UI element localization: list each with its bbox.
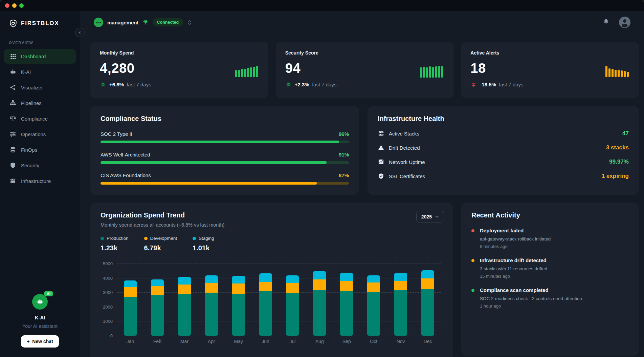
sidebar-collapse-button[interactable] [75, 28, 85, 37]
sparkline-bar [432, 67, 434, 78]
activity-title: Compliance scan completed [480, 287, 582, 293]
assistant-name: K-AI [35, 315, 45, 320]
x-axis-label: Nov [387, 339, 414, 344]
logo: FIRSTBLOX [0, 11, 80, 31]
plot-area: JanFebMarAprMayJunJulAugSepOctNovDec [117, 264, 441, 336]
sidebar-item-infrastructure[interactable]: Infrastructure [4, 173, 76, 188]
bar-segment-production [286, 293, 299, 336]
legend-value: 1.23k [101, 244, 129, 252]
user-avatar[interactable] [619, 17, 630, 28]
notifications-bell-icon[interactable] [603, 18, 609, 26]
sparkline [420, 66, 443, 78]
server-icon [9, 177, 16, 184]
sidebar-item-label: Operations [21, 131, 46, 137]
aws-account-icon: aws [94, 18, 103, 27]
bar-column-jun [252, 264, 279, 336]
y-axis-label: 0 [101, 333, 113, 338]
grid-icon [9, 53, 16, 60]
infra-row: Drift Detected 3 stacks [378, 144, 629, 151]
new-chat-button[interactable]: + New chat [21, 335, 59, 348]
sparkline-bar [241, 69, 243, 77]
chart-icon [378, 159, 384, 165]
mid-row: Compliance Status SOC 2 Type II 96% AWS … [90, 106, 639, 195]
close-window-button[interactable] [5, 3, 9, 8]
stat-title: Security Score [285, 50, 444, 56]
sparkline-bar [624, 71, 626, 77]
y-axis-label: 2000 [101, 304, 113, 309]
y-axis-label: 1000 [101, 319, 113, 324]
sidebar-item-compliance[interactable]: Compliance [4, 111, 76, 126]
zoom-window-button[interactable] [19, 3, 24, 8]
infra-value: 47 [622, 130, 629, 137]
sparkline-bar [608, 68, 610, 77]
sparkline-bar [420, 67, 422, 78]
server-icon [378, 130, 384, 137]
legend-label: Development [150, 236, 177, 241]
sidebar-item-visualizer[interactable]: Visualizer [4, 80, 76, 95]
x-axis: JanFebMarAprMayJunJulAugSepOctNovDec [117, 339, 441, 344]
stat-card-monthly-spend: Monthly Spend 4,280 +6.8% last 7 days [90, 42, 268, 98]
sidebar-item-pipelines[interactable]: Pipelines [4, 96, 76, 110]
recent-activity-card: Recent Activity Deployment failed api-ga… [461, 203, 639, 356]
stat-change-value: +2.3% [295, 82, 309, 87]
year-select[interactable]: 2025 [416, 211, 444, 223]
x-axis-label: Mar [171, 339, 198, 344]
ai-badge: AI [44, 291, 53, 296]
share-icon [9, 84, 16, 91]
sidebar-item-operations[interactable]: Operations [4, 127, 76, 142]
sidebar-item-security[interactable]: Security [4, 158, 76, 173]
spend-trend-title: Organization Spend Trend [101, 211, 443, 219]
infra-value: 1 expiring [602, 173, 629, 180]
bar-segment-development [178, 285, 191, 294]
infra-label: Network Uptime [389, 159, 425, 165]
bar-segment-staging [124, 280, 137, 287]
progress-track [101, 182, 349, 185]
sidebar-item-finops[interactable]: FinOps [4, 142, 76, 157]
stat-title: Monthly Spend [100, 50, 259, 56]
x-axis-label: Oct [360, 339, 387, 344]
firstblox-logo-icon [9, 19, 18, 28]
assistant-subtitle: Your AI assistant [22, 323, 58, 329]
sliders-icon [9, 131, 16, 138]
compliance-row: SOC 2 Type II 96% [101, 131, 349, 143]
sidebar-item-dashboard[interactable]: Dashboard [4, 49, 76, 64]
spend-trend-subtitle: Monthly spend across all accounts (+6.8%… [101, 222, 443, 228]
minimize-window-button[interactable] [12, 3, 17, 8]
trophy-icon [143, 20, 149, 25]
bar-segment-staging [232, 276, 245, 284]
spend-trend-card: Organization Spend Trend Monthly spend a… [90, 203, 453, 357]
infra-label: Active Stacks [389, 131, 419, 136]
workspace-name[interactable]: management [107, 20, 139, 25]
bar-segment-staging [340, 273, 353, 281]
infra-value: 3 stacks [606, 144, 629, 151]
sparkline-bar [618, 70, 620, 77]
bar-segment-staging [313, 271, 326, 279]
activity-title: Infrastructure drift detected [480, 257, 547, 263]
sparkline-bar [441, 66, 443, 78]
stat-change-period: last 7 days [499, 82, 524, 87]
sidebar-item-label: Pipelines [21, 100, 42, 106]
activity-status-dot [471, 259, 474, 262]
compliance-percent: 91% [339, 152, 349, 158]
bar-segment-production [313, 290, 326, 336]
y-axis-label: 4000 [101, 275, 113, 280]
assistant-avatar[interactable]: AI [32, 294, 48, 310]
stat-change: +6.8% last 7 days [100, 82, 259, 87]
workspace-switcher-chevrons[interactable] [188, 20, 192, 25]
chevron-down-icon [435, 215, 439, 218]
sparkline [605, 66, 629, 77]
sidebar-item-k-ai[interactable]: K-AI [4, 64, 76, 79]
sidebar-section-label: OVERVIEW [0, 31, 80, 48]
bar-column-may [225, 264, 252, 336]
stat-change-period: last 7 days [127, 82, 151, 87]
infrastructure-health-card: Infrastructure Health Active Stacks 47 D… [368, 106, 639, 195]
bar-segment-development [205, 283, 218, 293]
activity-time: 15 minutes ago [480, 274, 547, 279]
shield-icon [9, 162, 16, 169]
activity-status-dot [471, 289, 474, 292]
y-axis-label: 3000 [101, 290, 113, 295]
bar-segment-development [259, 282, 272, 291]
logo-text: FIRSTBLOX [21, 20, 59, 27]
legend-label: Staging [199, 236, 214, 241]
spend-trend-chart: 010002000300040005000JanFebMarAprMayJunJ… [101, 264, 443, 348]
